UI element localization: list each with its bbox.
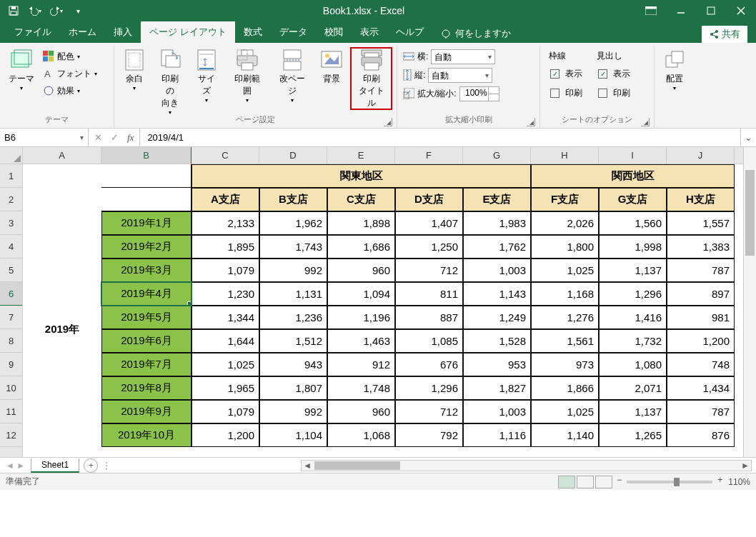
theme-colors[interactable]: 配色 ▾ — [41, 49, 99, 64]
tellme[interactable]: 何をしますか — [441, 24, 511, 43]
orientation-button[interactable]: 印刷の 向き▾ — [153, 47, 186, 110]
data-cell[interactable]: 712 — [395, 400, 463, 423]
data-cell[interactable]: 1,296 — [599, 282, 667, 306]
col-header[interactable]: I — [599, 147, 667, 164]
data-cell[interactable]: 960 — [327, 259, 395, 282]
data-cell[interactable]: 953 — [463, 353, 531, 376]
tab-pagelayout[interactable]: ページ レイアウト — [141, 21, 235, 43]
formula-input[interactable]: 2019/4/1 — [140, 129, 740, 146]
headings-show-checkbox[interactable]: ✓表示 — [597, 66, 632, 81]
sheet-options-launcher[interactable] — [641, 118, 650, 126]
scale-launcher[interactable] — [527, 118, 535, 126]
horizontal-scrollbar[interactable]: ◄► — [301, 460, 752, 471]
tab-view[interactable]: 表示 — [352, 21, 387, 43]
month-cell[interactable]: 2019年9月 — [101, 400, 192, 423]
data-cell[interactable]: 1,168 — [531, 282, 599, 306]
data-cell[interactable]: 1,025 — [192, 353, 259, 376]
data-cell[interactable]: 1,416 — [599, 306, 667, 329]
row-header[interactable]: 5 — [0, 259, 22, 282]
data-cell[interactable]: 1,296 — [395, 376, 463, 400]
data-cell[interactable]: 1,131 — [259, 282, 327, 306]
col-header[interactable]: A — [23, 147, 101, 164]
row-header[interactable]: 10 — [0, 376, 22, 400]
theme-effects[interactable]: 効果 ▾ — [41, 83, 99, 99]
breaks-button[interactable]: 改ページ▾ — [271, 47, 313, 110]
data-cell[interactable]: 748 — [667, 353, 735, 376]
month-cell[interactable]: 2019年8月 — [101, 376, 192, 400]
data-cell[interactable]: 1,383 — [667, 235, 735, 259]
data-cell[interactable]: 992 — [259, 400, 327, 423]
scale-height-select[interactable]: 自動 — [428, 68, 492, 83]
data-cell[interactable]: 1,094 — [327, 282, 395, 306]
select-all[interactable] — [0, 147, 23, 164]
data-cell[interactable]: 1,236 — [259, 306, 327, 329]
row-header[interactable]: 6 — [0, 282, 22, 306]
month-cell[interactable]: 2019年10月 — [101, 423, 192, 447]
data-cell[interactable]: 1,025 — [531, 259, 599, 282]
data-cell[interactable]: 1,895 — [192, 235, 259, 259]
tab-help[interactable]: ヘルプ — [387, 21, 432, 43]
data-cell[interactable]: 943 — [259, 353, 327, 376]
row-header[interactable]: 1 — [0, 164, 22, 188]
tab-file[interactable]: ファイル — [6, 21, 60, 43]
data-cell[interactable]: 1,068 — [327, 423, 395, 447]
data-cell[interactable]: 887 — [395, 306, 463, 329]
data-cell[interactable]: 973 — [531, 353, 599, 376]
data-cell[interactable]: 1,743 — [259, 235, 327, 259]
ribbon-options-icon[interactable] — [636, 0, 666, 21]
zoom-level[interactable]: 110% — [728, 477, 750, 487]
data-cell[interactable]: 1,528 — [463, 329, 531, 353]
data-cell[interactable]: 1,137 — [599, 259, 667, 282]
col-header[interactable]: J — [667, 147, 735, 164]
data-cell[interactable]: 2,071 — [599, 376, 667, 400]
maximize-icon[interactable] — [696, 0, 726, 21]
undo-icon[interactable]: ▾ — [26, 2, 44, 19]
data-cell[interactable]: 1,230 — [192, 282, 259, 306]
row-header[interactable]: 9 — [0, 353, 22, 376]
background-button[interactable]: 背景 — [316, 47, 347, 110]
data-cell[interactable]: 1,085 — [395, 329, 463, 353]
data-cell[interactable]: 1,866 — [531, 376, 599, 400]
cancel-formula-icon[interactable]: ✕ — [94, 132, 102, 143]
data-cell[interactable]: 897 — [667, 282, 735, 306]
tab-data[interactable]: データ — [271, 21, 316, 43]
data-cell[interactable]: 1,557 — [667, 211, 735, 235]
data-cell[interactable]: 1,748 — [327, 376, 395, 400]
minimize-icon[interactable] — [666, 0, 696, 21]
row-header[interactable]: 4 — [0, 235, 22, 259]
data-cell[interactable]: 912 — [327, 353, 395, 376]
col-header[interactable]: C — [192, 147, 259, 164]
month-cell[interactable]: 2019年6月 — [101, 329, 192, 353]
themes-button[interactable]: テーマ▾ — [4, 47, 39, 110]
col-header[interactable]: H — [531, 147, 599, 164]
data-cell[interactable]: 676 — [395, 353, 463, 376]
data-cell[interactable]: 1,079 — [192, 400, 259, 423]
col-header[interactable]: B — [101, 147, 192, 164]
view-pagelayout-icon[interactable] — [577, 476, 594, 488]
data-cell[interactable]: 1,732 — [599, 329, 667, 353]
data-cell[interactable]: 1,265 — [599, 423, 667, 447]
data-cell[interactable]: 1,898 — [327, 211, 395, 235]
data-cell[interactable]: 1,762 — [463, 235, 531, 259]
margins-button[interactable]: 余白▾ — [119, 47, 150, 110]
close-icon[interactable] — [726, 0, 756, 21]
scale-spinner[interactable]: 100% — [459, 86, 499, 101]
tab-review[interactable]: 校閲 — [316, 21, 352, 43]
data-cell[interactable]: 1,827 — [463, 376, 531, 400]
data-cell[interactable]: 1,200 — [667, 329, 735, 353]
share-button[interactable]: 共有 — [702, 26, 747, 43]
page-setup-launcher[interactable] — [384, 118, 392, 126]
theme-fonts[interactable]: Aフォント ▾ — [41, 66, 99, 81]
data-cell[interactable]: 1,962 — [259, 211, 327, 235]
view-normal-icon[interactable] — [558, 476, 575, 488]
row-header[interactable]: 3 — [0, 211, 22, 235]
month-cell[interactable]: 2019年3月 — [101, 259, 192, 282]
data-cell[interactable]: 1,807 — [259, 376, 327, 400]
redo-icon[interactable]: ▾ — [47, 2, 66, 19]
insert-function-icon[interactable]: fx — [127, 132, 134, 144]
print-area-button[interactable]: 印刷範囲▾ — [226, 47, 268, 110]
data-cell[interactable]: 1,561 — [531, 329, 599, 353]
col-header[interactable]: E — [327, 147, 395, 164]
data-cell[interactable]: 1,003 — [463, 400, 531, 423]
size-button[interactable]: サイズ▾ — [189, 47, 223, 110]
